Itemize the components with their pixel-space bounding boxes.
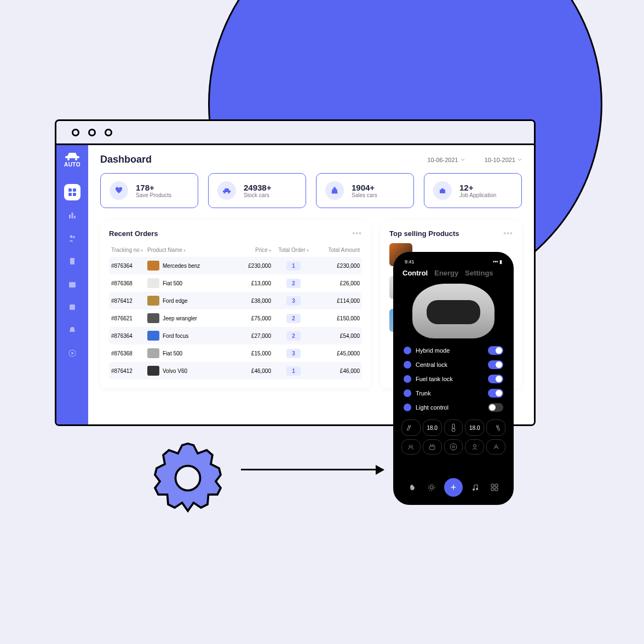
bag-icon: [325, 181, 344, 200]
arrow: [241, 469, 383, 470]
svg-rect-9: [70, 258, 74, 264]
svg-point-23: [430, 486, 433, 489]
card-stock-cars[interactable]: 24938+Stock cars: [208, 173, 306, 208]
window-control[interactable]: [88, 129, 96, 136]
nav-home-icon[interactable]: [405, 480, 419, 495]
defrost-rear-icon[interactable]: [423, 439, 442, 455]
page-title: Dashboard: [100, 154, 152, 165]
svg-rect-10: [69, 282, 76, 288]
svg-point-21: [452, 446, 455, 448]
svg-point-14: [228, 192, 230, 194]
toggle[interactable]: [488, 403, 503, 412]
col-total-amount: Total Amount: [316, 247, 360, 253]
svg-point-7: [70, 235, 73, 238]
table-header: Tracking no Product Name Price Total Ord…: [109, 243, 362, 257]
col-tracking[interactable]: Tracking no: [111, 247, 144, 253]
nav-calendar[interactable]: [64, 276, 81, 292]
more-icon[interactable]: •••: [503, 229, 513, 238]
more-icon[interactable]: •••: [352, 229, 362, 238]
table-row[interactable]: #876412Ford edge£38,0003£114,000: [109, 292, 362, 309]
control-list: Hybrid modeCentral lockFuel tank lockTru…: [400, 344, 507, 414]
tab-energy[interactable]: Energy: [434, 269, 458, 277]
steering-icon[interactable]: [444, 439, 463, 455]
svg-rect-28: [495, 484, 498, 487]
recent-orders-panel: Recent Orders ••• Tracking no Product Na…: [100, 220, 371, 388]
mobile-phone: 9:41 ••• ▮ Control Energy Settings Hybri…: [393, 252, 514, 505]
status-time: 9:41: [405, 259, 415, 264]
toggle[interactable]: [488, 389, 503, 398]
control-row: Trunk: [404, 389, 503, 398]
date-from[interactable]: 10-06-2021: [427, 157, 464, 163]
nav-gear-icon[interactable]: [424, 480, 439, 495]
status-icons: ••• ▮: [493, 259, 502, 264]
temp-right[interactable]: 18.0: [465, 419, 484, 436]
svg-point-8: [73, 236, 75, 238]
window-control[interactable]: [72, 129, 79, 136]
panel-title: Top selling Products: [389, 229, 459, 238]
nav-dashboard[interactable]: [64, 184, 81, 200]
window-control[interactable]: [105, 129, 112, 136]
svg-point-31: [176, 466, 200, 491]
nav-reports[interactable]: [64, 299, 81, 315]
svg-rect-4: [69, 215, 71, 219]
temp-left[interactable]: 18.0: [423, 419, 442, 436]
svg-rect-2: [68, 193, 72, 196]
col-product[interactable]: Product Name: [147, 247, 229, 253]
mobile-tabs: Control Energy Settings: [400, 269, 507, 277]
card-job-application[interactable]: 12+Job Application: [424, 173, 522, 208]
nav-music-icon[interactable]: [468, 480, 482, 495]
control-row: Hybrid mode: [404, 346, 503, 355]
svg-rect-19: [429, 446, 435, 450]
card-save-products[interactable]: 178+Save Products: [100, 173, 198, 208]
svg-rect-5: [72, 212, 73, 219]
control-label: Hybrid mode: [416, 347, 450, 354]
nav-add-button[interactable]: +: [444, 478, 463, 497]
control-label: Central lock: [416, 361, 447, 368]
nav-users[interactable]: [64, 230, 81, 246]
tab-settings[interactable]: Settings: [465, 269, 493, 277]
svg-rect-30: [495, 488, 498, 491]
nav-settings[interactable]: [64, 345, 81, 361]
tab-control[interactable]: Control: [403, 269, 428, 277]
car-visual: [400, 280, 507, 344]
seat-heat-right[interactable]: [486, 419, 505, 436]
col-total-order[interactable]: Total Order: [274, 247, 313, 253]
table-row[interactable]: #876368Fiat 500£13,0002£26,000: [109, 274, 362, 292]
card-sales-cars[interactable]: 1904+Sales cars: [316, 173, 414, 208]
defrost-front-icon[interactable]: [401, 439, 421, 455]
control-row: Light control: [404, 403, 503, 412]
table-row[interactable]: #876621Jeep wrangler£75,0002£150,000: [109, 309, 362, 327]
toggle[interactable]: [488, 346, 503, 355]
nav-analytics[interactable]: [64, 207, 81, 223]
date-range: 10-06-2021 10-10-2021: [427, 157, 522, 163]
control-label: Trunk: [416, 390, 431, 396]
passenger-icon[interactable]: [465, 439, 484, 455]
control-icon: [404, 347, 411, 354]
col-price[interactable]: Price: [233, 247, 271, 253]
nav-documents[interactable]: [64, 253, 81, 269]
sidebar: AUTO: [56, 145, 88, 424]
svg-point-26: [476, 488, 478, 490]
toggle[interactable]: [488, 375, 503, 383]
control-row: Fuel tank lock: [404, 375, 503, 383]
svg-point-12: [71, 352, 73, 354]
svg-point-22: [473, 445, 476, 447]
table-row[interactable]: #876364Mercedes benz£230,0001£230,000: [109, 257, 362, 274]
mobile-navbar: +: [400, 474, 507, 497]
thermometer-icon[interactable]: [444, 419, 463, 436]
toggle[interactable]: [488, 360, 503, 369]
nav-apps-icon[interactable]: [487, 480, 502, 495]
auto-icon[interactable]: [486, 439, 505, 455]
svg-rect-1: [73, 188, 76, 192]
logo-text: AUTO: [64, 162, 81, 168]
nav-notifications[interactable]: [64, 322, 81, 338]
climate-row: 18.0 18.0: [401, 419, 505, 436]
table-row[interactable]: #876368Fiat 500£15,0003£45,0000: [109, 344, 362, 362]
control-icon: [404, 404, 411, 411]
table-row[interactable]: #876412Volvo V60£46,0001£46,000: [109, 362, 362, 380]
seat-heat-left[interactable]: [401, 419, 421, 436]
date-to[interactable]: 10-10-2021: [485, 157, 522, 163]
table-row[interactable]: #876364Ford focus£27,0002£54,000: [109, 327, 362, 344]
svg-point-24: [428, 484, 435, 491]
svg-rect-0: [68, 188, 72, 192]
